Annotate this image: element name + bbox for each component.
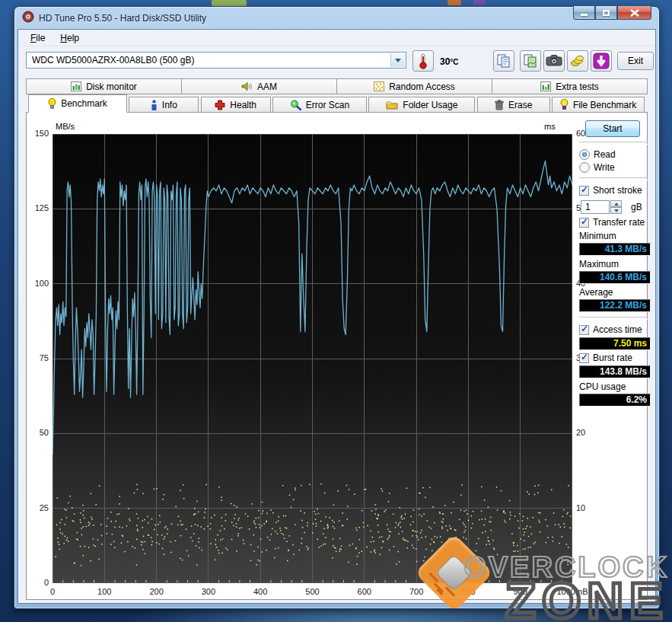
desktop-icon-fragment (473, 0, 486, 5)
temperature-readout: 30°C (440, 56, 459, 67)
copy-text-icon (496, 53, 511, 69)
tab-erase[interactable]: Erase (477, 97, 550, 113)
drive-select[interactable]: WDC WD5000AZRX-00A8LB0 (500 gB) (26, 52, 406, 69)
y-right-unit: ms (544, 122, 556, 131)
menu-help[interactable]: Help (54, 31, 85, 45)
y-left-unit: MB/s (56, 122, 75, 131)
copy-image-icon (523, 53, 538, 69)
read-radio[interactable] (579, 149, 590, 160)
screenshot-camera-icon (546, 54, 562, 68)
access-time-row[interactable]: Access time (579, 324, 648, 335)
tab-folder-usage[interactable]: Folder Usage (368, 97, 475, 113)
bulb-icon (48, 98, 56, 110)
thermometer-icon (417, 53, 429, 69)
axis-tick-label: 0 (27, 578, 49, 587)
burst-rate-checkbox[interactable] (579, 353, 589, 363)
save-results-button[interactable] (567, 50, 588, 72)
disk-monitor-icon (71, 81, 81, 91)
access-time-value: 7.50 ms (579, 337, 651, 350)
tab-error-scan[interactable]: Error Scan (272, 97, 367, 113)
access-time-checkbox[interactable] (579, 325, 589, 335)
cpu-usage-label: CPU usage (579, 381, 648, 392)
axis-tick-label: 25 (27, 503, 49, 512)
tab-extra-tests[interactable]: Extra tests (492, 78, 648, 94)
screenshot-button[interactable] (543, 50, 565, 72)
short-stroke-checkbox[interactable] (579, 186, 589, 196)
title-bar[interactable]: HD Tune Pro 5.50 - Hard Disk/SSD Utility (18, 7, 656, 29)
transfer-rate-row[interactable]: Transfer rate (579, 217, 648, 228)
window-title: HD Tune Pro 5.50 - Hard Disk/SSD Utility (39, 13, 206, 24)
cpu-usage-value: 6.2% (579, 394, 651, 407)
tab-random-access[interactable]: Random Access (336, 78, 492, 94)
tab-info[interactable]: Info (129, 97, 199, 113)
short-stroke-size-input[interactable]: 1 (581, 200, 610, 214)
benchmark-plot[interactable] (53, 134, 572, 583)
file-benchmark-bulb-icon (560, 99, 568, 110)
maximize-button[interactable] (595, 6, 617, 20)
benchmark-panel: MB/s ms 15012510075502506050403020100100… (26, 112, 648, 600)
save-gold-icon (570, 54, 585, 68)
info-icon (151, 100, 158, 110)
average-value: 122.2 MB/s (579, 299, 651, 312)
write-radio[interactable] (579, 162, 590, 173)
axis-tick-label: 300 (189, 587, 228, 596)
axis-tick-label: 200 (137, 587, 177, 596)
axis-tick-label: 900 (501, 587, 540, 596)
close-icon (630, 9, 639, 17)
trash-icon (495, 100, 504, 110)
client-area: File Help WDC WD5000AZRX-00A8LB0 (500 gB… (18, 29, 656, 604)
download-update-button[interactable] (591, 50, 612, 72)
minimum-value: 41.3 MB/s (579, 243, 651, 256)
burst-rate-value: 143.8 MB/s (579, 365, 651, 378)
axis-tick-label: 0 (33, 587, 72, 596)
menu-file[interactable]: File (24, 31, 51, 45)
minimize-icon (581, 14, 588, 16)
toolbar: WDC WD5000AZRX-00A8LB0 (500 gB) 30°C (18, 46, 655, 75)
axis-tick-label: 20 (576, 428, 596, 437)
axis-tick-label: 700 (397, 587, 436, 596)
short-stroke-row[interactable]: Short stroke (579, 185, 648, 196)
axis-tick-label: 10 (576, 503, 596, 512)
exit-button[interactable]: Exit (617, 52, 654, 70)
minimum-label: Minimum (579, 231, 648, 241)
axis-tick-label: 800 (448, 587, 488, 596)
separator (579, 317, 648, 320)
tab-row-top: Disk monitor AAM Random Access (26, 78, 648, 94)
tab-disk-monitor[interactable]: Disk monitor (26, 78, 182, 94)
copy-text-button[interactable] (493, 50, 514, 72)
speaker-icon (241, 81, 253, 91)
write-radio-row[interactable]: Write (579, 162, 648, 173)
burst-rate-row[interactable]: Burst rate (579, 352, 648, 363)
menu-bar: File Help (18, 30, 655, 46)
axis-tick-label: 600 (345, 587, 384, 596)
tab-aam[interactable]: AAM (181, 78, 337, 94)
minimize-button[interactable] (573, 6, 595, 20)
transfer-rate-checkbox[interactable] (579, 218, 589, 228)
stepper-down-icon[interactable] (610, 207, 622, 214)
download-icon (593, 53, 610, 69)
drive-select-value: WDC WD5000AZRX-00A8LB0 (500 gB) (32, 55, 194, 65)
axis-tick-label: 400 (240, 587, 280, 596)
maximum-value: 140.6 MB/s (579, 271, 651, 284)
health-cross-icon (215, 100, 225, 110)
app-window: HD Tune Pro 5.50 - Hard Disk/SSD Utility… (14, 6, 660, 609)
short-stroke-stepper[interactable] (610, 200, 622, 214)
benchmark-chart: MB/s ms 15012510075502506050403020100100… (27, 113, 647, 599)
read-radio-row[interactable]: Read (579, 149, 648, 160)
tab-file-benchmark[interactable]: File Benchmark (552, 97, 645, 113)
start-button[interactable]: Start (585, 120, 640, 137)
axis-tick-label: 100 (27, 279, 49, 288)
tab-health[interactable]: Health (201, 97, 271, 113)
separator (579, 142, 648, 145)
folder-icon (386, 100, 398, 110)
chevron-down-icon[interactable] (390, 53, 405, 67)
stepper-up-icon[interactable] (610, 200, 622, 207)
tab-benchmark[interactable]: Benchmark (28, 94, 127, 113)
axis-tick-label: 75 (27, 353, 49, 362)
temperature-button[interactable] (412, 50, 434, 72)
close-button[interactable] (617, 6, 651, 20)
benchmark-controls: Start Read Write Short stroke 1 (579, 119, 648, 407)
short-stroke-size-row: 1 gB (581, 200, 648, 214)
short-stroke-unit: gB (631, 202, 642, 212)
copy-image-button[interactable] (520, 50, 541, 72)
